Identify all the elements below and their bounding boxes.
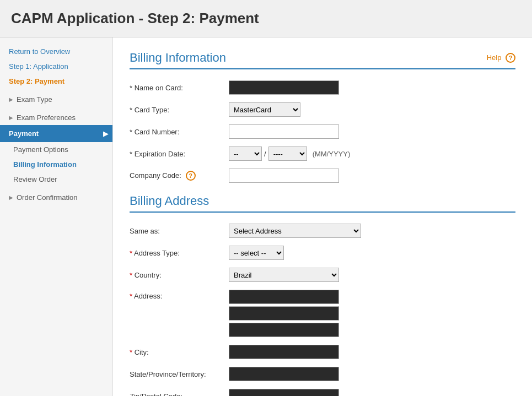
- expiry-month-select[interactable]: -- 010203 040506 070809 101112: [229, 147, 262, 161]
- sidebar-section-exam-type[interactable]: ▶ Exam Type: [0, 92, 112, 107]
- chevron-icon: ▶: [9, 115, 13, 121]
- billing-info-header: Billing Information Help ?: [130, 51, 515, 69]
- address-row: * Address:: [130, 290, 515, 337]
- name-on-card-input[interactable]: [229, 80, 339, 95]
- address-line3-input[interactable]: [229, 323, 339, 337]
- same-as-label: Same as:: [130, 227, 229, 235]
- expiry-hint: (MM/YYYY): [313, 150, 351, 158]
- sidebar-item-order-confirmation[interactable]: ▶ Order Confirmation: [0, 190, 112, 205]
- address-type-row: * Address Type: -- select -- Home Work: [130, 246, 515, 260]
- card-number-row: * Card Number:: [130, 124, 515, 139]
- company-code-input[interactable]: [229, 169, 339, 183]
- chevron-icon: ▶: [9, 194, 13, 200]
- card-number-input[interactable]: [229, 124, 339, 139]
- sidebar-item-payment[interactable]: Payment: [0, 125, 112, 142]
- sidebar-item-exam-type[interactable]: ▶ Exam Type: [0, 92, 112, 107]
- address-label: * Address:: [130, 290, 229, 300]
- address-type-label: * Address Type:: [130, 249, 229, 257]
- address-type-select[interactable]: -- select -- Home Work: [229, 246, 284, 260]
- step2-current: Step 2: Payment: [0, 74, 112, 89]
- zip-row: Zip/Postal Code:: [130, 389, 515, 396]
- card-type-label: * Card Type:: [130, 106, 229, 114]
- card-type-select[interactable]: MasterCard Visa AmEx Discover: [229, 102, 300, 117]
- help-icon: ?: [506, 53, 515, 63]
- billing-address-header: Billing Address: [130, 194, 515, 213]
- zip-label: Zip/Postal Code:: [130, 392, 229, 397]
- state-row: State/Province/Territory:: [130, 367, 515, 381]
- city-row: * City:: [130, 345, 515, 359]
- name-on-card-row: * Name on Card:: [130, 80, 515, 95]
- main-content: Billing Information Help ? * Name on Car…: [113, 37, 532, 396]
- name-on-card-label: * Name on Card:: [130, 84, 229, 92]
- address-inputs: [229, 290, 339, 337]
- chevron-icon: ▶: [9, 96, 13, 102]
- state-label: State/Province/Territory:: [130, 370, 229, 378]
- sidebar-item-exam-preferences[interactable]: ▶ Exam Preferences: [0, 110, 112, 125]
- help-link[interactable]: Help ?: [487, 53, 515, 63]
- country-row: * Country: Brazil United States Canada: [130, 268, 515, 282]
- expiry-controls: -- 010203 040506 070809 101112 / ---- 20…: [229, 147, 350, 161]
- address-line1-input[interactable]: [229, 290, 339, 304]
- sidebar-item-review-order[interactable]: Review Order: [0, 172, 112, 187]
- sidebar-item-payment-options[interactable]: Payment Options: [0, 142, 112, 157]
- sidebar-section-exam-prefs[interactable]: ▶ Exam Preferences: [0, 110, 112, 125]
- address-line2-input[interactable]: [229, 306, 339, 321]
- return-to-overview-link[interactable]: Return to Overview: [0, 44, 112, 59]
- expiration-date-row: * Expiration Date: -- 010203 040506 0708…: [130, 147, 515, 161]
- page-title: CAPM Application - Step 2: Payment: [0, 0, 532, 37]
- step1-link[interactable]: Step 1: Application: [0, 59, 112, 74]
- company-code-row: Company Code: ?: [130, 169, 515, 183]
- sidebar-item-billing-information[interactable]: Billing Information: [0, 157, 112, 172]
- card-type-row: * Card Type: MasterCard Visa AmEx Discov…: [130, 102, 515, 117]
- country-label: * Country:: [130, 271, 229, 279]
- same-as-row: Same as: Select Address: [130, 224, 515, 238]
- city-label: * City:: [130, 348, 229, 356]
- sidebar-section-order-confirmation[interactable]: ▶ Order Confirmation: [0, 190, 112, 205]
- expiration-date-label: * Expiration Date:: [130, 150, 229, 158]
- expiry-separator: /: [264, 150, 266, 158]
- card-number-label: * Card Number:: [130, 128, 229, 136]
- company-code-help-icon: ?: [186, 171, 196, 181]
- company-code-label: Company Code: ?: [130, 171, 229, 181]
- sidebar: Return to Overview Step 1: Application S…: [0, 37, 113, 396]
- expiry-year-select[interactable]: ---- 202420252026 202720282029 2030: [268, 147, 307, 161]
- same-as-select[interactable]: Select Address: [229, 224, 361, 238]
- country-select[interactable]: Brazil United States Canada: [229, 268, 339, 282]
- zip-input[interactable]: [229, 389, 339, 396]
- state-input[interactable]: [229, 367, 339, 381]
- city-input[interactable]: [229, 345, 339, 359]
